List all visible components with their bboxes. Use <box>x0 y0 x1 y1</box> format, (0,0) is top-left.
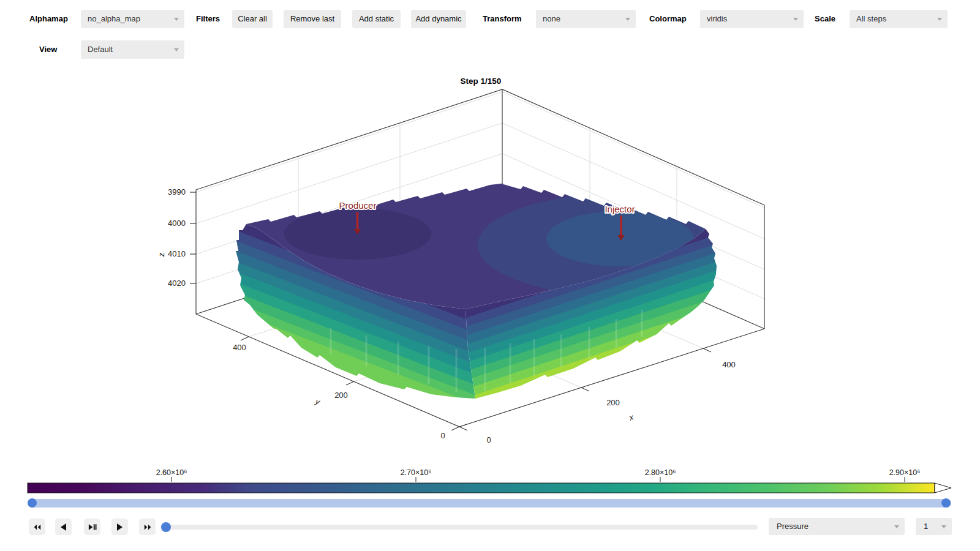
injector-well-label: Injector <box>605 204 635 214</box>
play-icon <box>116 523 124 531</box>
chevron-down-icon <box>894 525 899 528</box>
chevron-down-icon <box>793 18 798 21</box>
filters-label: Filters <box>196 10 220 28</box>
add-dynamic-button[interactable]: Add dynamic <box>411 10 466 28</box>
z-tick: 4020 <box>168 279 186 288</box>
colorbar-tick-marks <box>172 477 905 482</box>
add-static-button[interactable]: Add static <box>352 10 401 28</box>
rewind-icon <box>33 523 42 531</box>
colorbar-tick: 2.70×10⁶ <box>401 468 432 477</box>
clear-all-button[interactable]: Clear all <box>232 10 273 28</box>
rewind-button[interactable] <box>29 519 45 535</box>
chevron-down-icon <box>941 525 946 528</box>
3d-viewport[interactable]: Step 1/150 <box>0 61 980 455</box>
value-range-slider[interactable] <box>28 499 951 508</box>
colorbar-tick: 2.60×10⁶ <box>156 468 187 477</box>
property-dropdown[interactable]: Pressure <box>769 518 905 535</box>
chevron-down-icon <box>937 18 942 21</box>
range-slider-max-handle[interactable] <box>941 498 951 508</box>
fast-forward-icon <box>143 523 152 531</box>
alphamap-dropdown[interactable]: no_alpha_map <box>81 10 184 28</box>
colorbar-tick-labels: 2.60×10⁶ 2.70×10⁶ 2.80×10⁶ 2.90×10⁶ <box>156 468 921 477</box>
colormap-dropdown[interactable]: viridis <box>700 10 804 28</box>
range-slider-min-handle[interactable] <box>28 498 37 508</box>
play-pause-icon <box>88 523 97 531</box>
play-backward-icon <box>59 523 67 531</box>
alphamap-value: no_alpha_map <box>81 10 184 28</box>
colorbar-gradient-bar <box>28 483 935 493</box>
step-value: 1 <box>916 518 952 535</box>
colorbar-tick: 2.90×10⁶ <box>889 468 921 477</box>
colorbar: 2.60×10⁶ 2.70×10⁶ 2.80×10⁶ 2.90×10⁶ <box>0 462 980 501</box>
colorbar-overflow-arrow <box>935 483 951 493</box>
y-tick: 400 <box>233 343 246 352</box>
x-tick: 200 <box>606 398 620 407</box>
property-value: Pressure <box>769 518 905 535</box>
z-axis-label: z <box>157 252 166 257</box>
scale-label: Scale <box>815 10 835 28</box>
view-dropdown[interactable]: Default <box>81 40 184 59</box>
scale-value: All steps <box>850 10 948 28</box>
x-tick: 0 <box>486 435 491 444</box>
z-tick: 4000 <box>168 219 186 228</box>
view-value: Default <box>81 40 184 59</box>
colormap-value: viridis <box>700 10 804 28</box>
alphamap-label: Alphamap <box>29 10 68 28</box>
producer-well-label: Producer <box>339 200 377 211</box>
transform-dropdown[interactable]: none <box>536 10 636 28</box>
colormap-label: Colormap <box>649 10 687 28</box>
transform-label: Transform <box>483 10 522 28</box>
view-label: View <box>39 40 57 59</box>
voxel-model <box>236 184 772 399</box>
x-axis-label: x <box>627 412 635 422</box>
play-button[interactable] <box>111 519 128 535</box>
y-tick: 0 <box>440 431 445 440</box>
colorbar-tick: 2.80×10⁶ <box>645 468 676 477</box>
step-dropdown[interactable]: 1 <box>916 518 952 535</box>
transform-value: none <box>536 10 636 28</box>
play-backward-button[interactable] <box>55 519 72 535</box>
remove-last-button[interactable]: Remove last <box>284 10 341 28</box>
x-tick: 400 <box>722 360 736 369</box>
fast-forward-button[interactable] <box>139 519 156 535</box>
timestep-slider-handle[interactable] <box>161 522 171 532</box>
z-tick: 3990 <box>168 187 186 197</box>
timestep-slider[interactable] <box>160 525 758 530</box>
chevron-down-icon <box>174 18 179 21</box>
chevron-down-icon <box>174 48 179 51</box>
scale-dropdown[interactable]: All steps <box>850 10 948 28</box>
y-tick: 200 <box>334 391 348 400</box>
plot-title: Step 1/150 <box>461 77 502 86</box>
chevron-down-icon <box>625 18 630 21</box>
y-axis-label: y <box>314 396 322 407</box>
app-window: { "toolbar": { "alphamap": {"label": "Al… <box>0 0 980 551</box>
play-pause-button[interactable] <box>84 519 100 535</box>
z-tick: 4010 <box>168 249 186 258</box>
